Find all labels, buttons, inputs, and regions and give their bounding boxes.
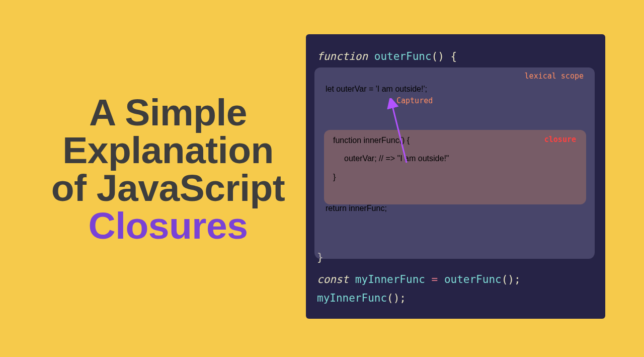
keyword-return: return <box>326 204 347 212</box>
identifier-outerfunc: outerFunc <box>368 50 431 62</box>
punct-open: () { <box>399 136 410 145</box>
string-literal: 'I am outside!' <box>373 85 425 93</box>
code-line: function outerFunc() { <box>317 49 594 64</box>
identifier-outervar: outerVar <box>334 85 369 93</box>
keyword-function: function <box>333 136 361 145</box>
closure-box: closure function innerFunc() { outerVar;… <box>324 130 586 204</box>
identifier-myinnerfunc: myInnerFunc <box>349 273 431 285</box>
label-captured: Captured <box>396 96 433 105</box>
punct-open: () { <box>432 50 457 62</box>
identifier-innerfunc: innerFunc <box>361 136 399 145</box>
title-line-1: A Simple <box>34 94 302 131</box>
code-line: return innerFunc; <box>326 203 586 214</box>
label-closure: closure <box>544 135 576 144</box>
spacer <box>317 265 594 272</box>
code-line: function innerFunc() { <box>333 135 577 146</box>
op-assign: = <box>369 85 373 93</box>
stage: A Simple Explanation of JavaScript Closu… <box>0 0 644 357</box>
keyword-function: function <box>317 50 368 62</box>
identifier-myinnerfunc-call: myInnerFunc <box>317 292 387 304</box>
identifier-innerfunc: innerFunc <box>347 204 385 212</box>
spacer <box>333 165 577 172</box>
punct-call: (); <box>387 292 406 304</box>
identifier-outerfunc-call: outerFunc <box>438 273 501 285</box>
code-line: } <box>333 172 577 183</box>
code-line: myInnerFunc(); <box>317 291 594 306</box>
punct-close: } <box>333 173 336 181</box>
identifier-outervar-ref: outerVar <box>344 154 374 163</box>
page-title: A Simple Explanation of JavaScript Closu… <box>34 94 302 245</box>
keyword-let: let <box>326 85 334 93</box>
spacer <box>317 287 594 291</box>
keyword-const: const <box>317 273 349 285</box>
punct-semi: ; <box>425 85 427 93</box>
punct-call: (); <box>502 273 521 285</box>
title-line-3: of JavaScript <box>34 169 302 207</box>
label-lexical-scope: lexical scope <box>525 72 584 81</box>
punct-semi: ; <box>374 154 379 163</box>
op-assign: = <box>432 273 438 285</box>
code-line: let outerVar = 'I am outside!'; <box>326 84 586 95</box>
title-accent: Closures <box>34 207 302 245</box>
code-line: outerVar; // => "I am outside!" <box>333 153 577 164</box>
code-line: const myInnerFunc = outerFunc(); <box>317 272 594 287</box>
punct-semi: ; <box>384 204 386 212</box>
title-line-2: Explanation <box>34 131 302 169</box>
comment: // => "I am outside!" <box>379 154 449 163</box>
spacer <box>333 146 577 153</box>
